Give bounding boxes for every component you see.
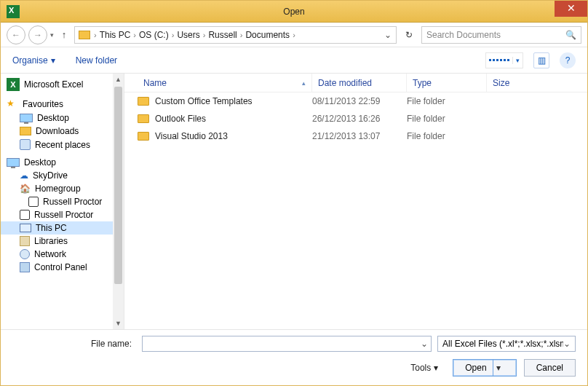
item-icon: ☁ (20, 170, 28, 181)
sidebar-item-homegroup[interactable]: 🏠Homegroup (1, 182, 124, 195)
sidebar-item-label: Control Panel (34, 262, 87, 272)
filter-label: All Excel Files (*.xl*;*.xlsx;*.xlsm; (442, 339, 563, 349)
item-icon (20, 224, 31, 232)
chevron-down-icon: ▾ (51, 55, 55, 66)
crumb-users[interactable]: Users (175, 30, 201, 40)
file-date: 08/11/2013 22:59 (312, 96, 407, 106)
crumb-russell[interactable]: Russell (207, 30, 238, 40)
crumb-os-c-[interactable]: OS (C:) (138, 30, 170, 40)
file-name: Outlook Files (155, 114, 206, 124)
help-button[interactable]: ? (560, 52, 576, 68)
desktop-icon (7, 158, 20, 167)
col-type[interactable]: Type (407, 74, 487, 92)
organise-label: Organise (12, 55, 48, 66)
sidebar-item-label: Homegroup (35, 184, 81, 194)
history-dropdown[interactable]: ▾ (50, 31, 54, 39)
tools-button[interactable]: Tools ▾ (410, 363, 438, 373)
address-dropdown[interactable]: ⌄ (380, 30, 396, 40)
organise-button[interactable]: Organise ▾ (12, 55, 55, 66)
sidebar-item-skydrive[interactable]: ☁SkyDrive (1, 169, 124, 182)
crumb-documents[interactable]: Documents (244, 30, 291, 40)
sidebar-item-label: SkyDrive (33, 170, 68, 181)
scroll-up-icon[interactable]: ▲ (113, 74, 124, 85)
sidebar-item-downloads[interactable]: Downloads (1, 125, 124, 138)
search-icon: 🔍 (565, 30, 576, 40)
crumb-sep: › (291, 31, 297, 39)
chevron-down-icon: ▾ (434, 363, 438, 373)
back-button[interactable]: ← (7, 25, 25, 44)
open-button[interactable]: Open ▾ (453, 359, 516, 377)
file-date: 26/12/2013 16:26 (312, 114, 407, 124)
sidebar-item-network[interactable]: Network (1, 248, 124, 261)
title-bar: Open ✕ (1, 1, 587, 23)
breadcrumb[interactable]: › This PC›OS (C:)›Users›Russell›Document… (74, 26, 397, 44)
item-icon (20, 236, 30, 246)
crumb-this-pc[interactable]: This PC (98, 30, 132, 40)
sidebar-favourites[interactable]: ★ Favourites (1, 97, 124, 111)
close-button[interactable]: ✕ (555, 1, 587, 17)
sidebar-desktop-root[interactable]: Desktop (1, 156, 124, 169)
tools-label: Tools (410, 363, 431, 373)
folder-icon (78, 28, 91, 42)
col-date[interactable]: Date modified (312, 74, 407, 92)
chevron-down-icon[interactable]: ⌄ (563, 339, 571, 349)
item-icon (20, 127, 31, 135)
excel-icon: X (7, 78, 20, 91)
sidebar-item-russell-proctor[interactable]: Russell Proctor (1, 208, 124, 221)
sidebar-item-desktop[interactable]: Desktop (1, 111, 124, 125)
col-name[interactable]: Name ▴ (124, 74, 312, 92)
view-button[interactable]: ▾ (485, 52, 523, 68)
file-row[interactable]: Custom Office Templates08/11/2013 22:59F… (124, 92, 587, 110)
crumb-sep: › (132, 31, 138, 39)
crumb-sep: › (92, 31, 98, 39)
up-button[interactable]: ↑ (57, 29, 71, 40)
sidebar-item-russell-proctor[interactable]: Russell Proctor (1, 195, 124, 208)
sidebar-item-label: Downloads (36, 126, 79, 136)
file-name-input[interactable]: ⌄ (142, 336, 432, 352)
sidebar-label: Microsoft Excel (24, 79, 83, 90)
scroll-down-icon[interactable]: ▼ (113, 318, 124, 329)
new-folder-button[interactable]: New folder (76, 55, 117, 66)
file-name: Visual Studio 2013 (155, 131, 228, 141)
scroll-thumb[interactable] (114, 87, 122, 284)
forward-button[interactable]: → (28, 25, 47, 44)
sidebar-item-label: Recent places (35, 140, 90, 150)
nav-row: ← → ▾ ↑ › This PC›OS (C:)›Users›Russell›… (1, 23, 587, 47)
sidebar-item-recent-places[interactable]: Recent places (1, 138, 124, 151)
file-row[interactable]: Visual Studio 201321/12/2013 13:07File f… (124, 127, 587, 145)
search-input[interactable]: Search Documents 🔍 (421, 26, 581, 44)
chevron-down-icon[interactable]: ⌄ (421, 339, 428, 349)
item-icon (20, 249, 30, 259)
file-type: File folder (407, 96, 487, 106)
sidebar-microsoft-excel[interactable]: X Microsoft Excel (1, 76, 124, 92)
sidebar-item-label: Desktop (37, 113, 69, 123)
file-type-filter[interactable]: All Excel Files (*.xl*;*.xlsx;*.xlsm; ⌄ (437, 336, 576, 352)
refresh-button[interactable]: ↻ (400, 26, 418, 44)
file-date: 21/12/2013 13:07 (312, 131, 407, 141)
folder-icon (138, 114, 149, 123)
file-type: File folder (407, 114, 487, 124)
file-list-panel: Name ▴ Date modified Type Size Custom Of… (124, 74, 587, 329)
star-icon: ★ (7, 98, 18, 110)
item-icon (20, 262, 30, 272)
file-row[interactable]: Outlook Files26/12/2013 16:26File folder (124, 110, 587, 127)
sidebar-item-label: Network (34, 249, 66, 259)
sidebar-item-label: Russell Proctor (43, 197, 102, 207)
sidebar-item-this-pc[interactable]: This PC (1, 221, 124, 235)
sidebar-item-control-panel[interactable]: Control Panel (1, 261, 124, 274)
sort-asc-icon: ▴ (302, 79, 306, 87)
col-size[interactable]: Size (487, 74, 587, 92)
column-headers: Name ▴ Date modified Type Size (124, 74, 587, 92)
cancel-button[interactable]: Cancel (524, 359, 576, 377)
folder-icon (138, 132, 149, 141)
open-dialog: Open ✕ ← → ▾ ↑ › This PC›OS (C:)›Users›R… (1, 1, 587, 385)
preview-pane-button[interactable]: ▥ (533, 52, 549, 68)
window-title: Open (1, 7, 587, 17)
open-split-dropdown[interactable]: ▾ (493, 360, 504, 376)
file-type: File folder (407, 131, 487, 141)
sidebar-item-libraries[interactable]: Libraries (1, 235, 124, 248)
item-icon (20, 210, 30, 220)
sidebar-scrollbar[interactable]: ▲ ▼ (113, 74, 124, 329)
folder-icon (138, 97, 149, 106)
file-list: Custom Office Templates08/11/2013 22:59F… (124, 92, 587, 329)
